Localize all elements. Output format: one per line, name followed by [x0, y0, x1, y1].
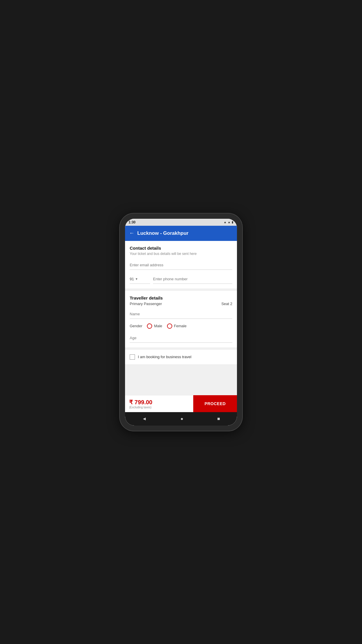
- name-input[interactable]: [130, 309, 232, 319]
- business-travel-label: I am booking for business travel: [138, 355, 191, 359]
- phone-input[interactable]: [153, 274, 232, 284]
- status-bar: 1:30 ▲ ▲ ▮: [125, 219, 237, 226]
- back-nav-button[interactable]: ◄: [137, 414, 151, 424]
- contact-details-subtitle: Your ticket and bus details will be sent…: [130, 252, 232, 256]
- male-label: Male: [154, 324, 162, 328]
- gender-label: Gender: [130, 324, 142, 328]
- email-input[interactable]: [130, 260, 232, 270]
- phone-row: 91 ▼: [130, 274, 232, 284]
- app-bar: ← Lucknow - Gorakhpur: [125, 226, 237, 241]
- bottom-bar: ₹ 799.00 (Excluding taxes) PROCEED: [125, 395, 237, 412]
- country-code-value: 91: [130, 277, 134, 281]
- radio-circle-female: [167, 323, 172, 329]
- male-radio[interactable]: Male: [147, 323, 162, 329]
- gender-row: Gender Male Female: [130, 323, 232, 329]
- device-frame: 1:30 ▲ ▲ ▮ ← Lucknow - Gorakhpur Contact…: [120, 214, 242, 431]
- nav-bar: ◄ ● ■: [125, 412, 237, 426]
- seat-label: Seat 2: [221, 302, 232, 306]
- recents-nav-button[interactable]: ■: [212, 414, 225, 424]
- traveller-details-section: Traveller details Primary Passenger Seat…: [125, 291, 237, 347]
- business-travel-section: I am booking for business travel: [125, 350, 237, 364]
- female-radio[interactable]: Female: [167, 323, 187, 329]
- page-title: Lucknow - Gorakhpur: [137, 230, 189, 236]
- price-note: (Excluding taxes): [129, 406, 189, 409]
- device-screen: 1:30 ▲ ▲ ▮ ← Lucknow - Gorakhpur Contact…: [125, 219, 237, 426]
- price-section: ₹ 799.00 (Excluding taxes): [125, 399, 193, 409]
- traveller-header: Primary Passenger Seat 2: [130, 302, 232, 306]
- contact-details-section: Contact details Your ticket and bus deta…: [125, 241, 237, 288]
- traveller-details-title: Traveller details: [130, 295, 232, 300]
- signal-icon: ▲: [228, 220, 231, 224]
- status-icons: ▲ ▲ ▮: [224, 220, 233, 224]
- radio-circle-male: [147, 323, 152, 329]
- price-amount: ₹ 799.00: [129, 399, 189, 406]
- female-label: Female: [174, 324, 187, 328]
- country-code-dropdown[interactable]: 91 ▼: [130, 274, 150, 284]
- status-time: 1:30: [129, 220, 136, 224]
- chevron-down-icon: ▼: [135, 277, 138, 281]
- passenger-label: Primary Passenger: [130, 302, 162, 306]
- spacer: [125, 367, 237, 378]
- proceed-button[interactable]: PROCEED: [193, 395, 237, 412]
- contact-details-title: Contact details: [130, 246, 232, 251]
- business-travel-checkbox[interactable]: [130, 354, 135, 360]
- battery-icon: ▮: [232, 220, 233, 224]
- home-nav-button[interactable]: ●: [176, 414, 188, 424]
- wifi-icon: ▲: [224, 220, 226, 224]
- age-input[interactable]: [130, 333, 232, 343]
- back-button[interactable]: ←: [129, 230, 134, 236]
- content-scroll: Contact details Your ticket and bus deta…: [125, 241, 237, 395]
